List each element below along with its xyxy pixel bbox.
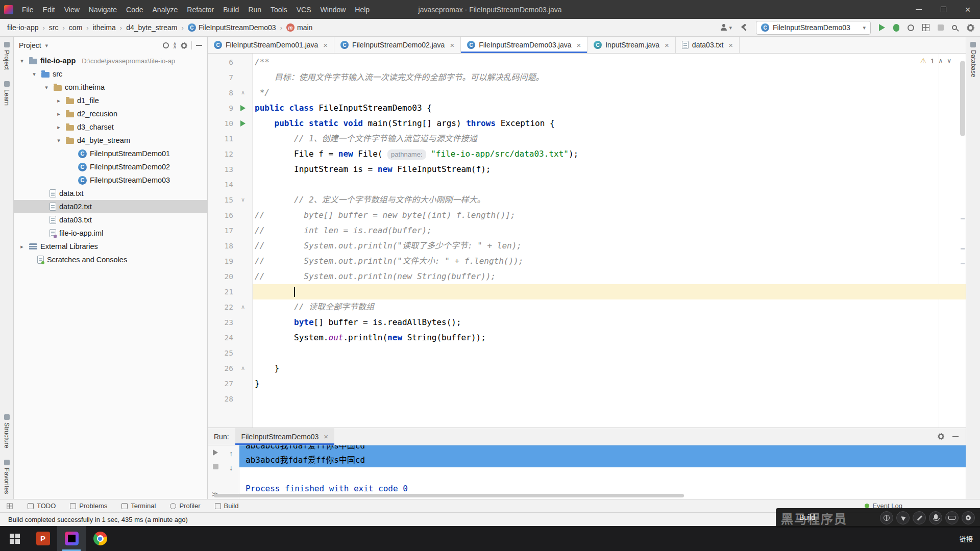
menu-run[interactable]: Run	[243, 0, 266, 19]
mic-icon[interactable]	[929, 511, 942, 524]
user-account-button[interactable]: ▾	[720, 24, 732, 31]
code-text[interactable]: // byte[] buffer = new byte[(int) f.leng…	[253, 208, 966, 223]
close-icon[interactable]: ×	[323, 41, 328, 49]
editor[interactable]: 6/**7 目标：使用文件字节输入流一次读完文件的全部字节。可以解决乱码问题。8…	[208, 54, 966, 428]
run-config-select[interactable]: C FileInputStreamDemo03 ▾	[756, 21, 871, 35]
tool-button-build[interactable]: Build	[215, 502, 239, 510]
menu-build[interactable]: Build	[218, 0, 243, 19]
close-icon[interactable]: ×	[324, 432, 328, 441]
up-icon[interactable]: ↑	[229, 449, 233, 458]
tree-item-d2-recusion[interactable]: ▸d2_recusion	[14, 107, 207, 120]
code-text[interactable]: }	[253, 376, 966, 391]
menu-help[interactable]: Help	[350, 0, 374, 19]
fold-icon[interactable]: ∧	[241, 299, 245, 315]
code-text[interactable]: byte[] buffer = is.readAllBytes();	[253, 315, 966, 330]
tool-button-problems[interactable]: Problems	[70, 502, 107, 510]
code-text[interactable]: InputStream is = new FileInputStream(f);	[253, 162, 966, 177]
cursor-icon[interactable]	[896, 511, 910, 524]
keyboard-icon[interactable]	[945, 511, 959, 524]
console-horizontal-scrollbar[interactable]	[214, 494, 684, 497]
menu-vcs[interactable]: VCS	[292, 0, 316, 19]
code-text[interactable]: */	[253, 85, 966, 101]
code-text[interactable]: }	[253, 361, 966, 376]
menu-navigate[interactable]: Navigate	[84, 0, 121, 19]
prev-problem-icon[interactable]: ∧	[938, 57, 943, 64]
locate-file-icon[interactable]	[163, 42, 169, 48]
chevron-down-icon[interactable]: ▾	[45, 42, 48, 49]
close-icon[interactable]: ×	[728, 41, 733, 49]
tree-item-file-io-app-iml[interactable]: file-io-app.iml	[14, 227, 207, 240]
tree-item-data-txt[interactable]: data.txt	[14, 187, 207, 200]
run-line-icon[interactable]	[240, 105, 246, 111]
build-hammer-icon[interactable]	[740, 24, 748, 32]
hide-panel-icon[interactable]	[952, 436, 959, 437]
scrollbar-mark[interactable]	[961, 218, 965, 219]
code-text[interactable]: // 读取全部字节数组	[253, 299, 966, 315]
tab-fileinputstreamdemo03-java[interactable]: CFileInputStreamDemo03.java×	[461, 37, 587, 53]
tree-item-scratches-and-consoles[interactable]: Scratches and Consoles	[14, 253, 207, 266]
search-icon[interactable]	[952, 25, 957, 30]
tree-chevron-icon[interactable]: ▸	[18, 243, 26, 250]
settings-gear-icon[interactable]	[967, 24, 974, 31]
pen-icon[interactable]	[913, 511, 926, 524]
tool-button-todo[interactable]: TODO	[28, 502, 56, 510]
tree-chevron-icon[interactable]: ▾	[42, 84, 51, 91]
tree-chevron-icon[interactable]: ▾	[55, 137, 63, 144]
maximize-button[interactable]	[931, 0, 955, 19]
collapse-all-icon[interactable]: ∧∧	[173, 42, 177, 48]
next-problem-icon[interactable]: ∨	[947, 57, 951, 64]
tree-item-external-libraries[interactable]: ▸External Libraries	[14, 240, 207, 253]
taskbar-start[interactable]	[0, 526, 29, 551]
breadcrumb-item-main[interactable]: mmain	[285, 22, 313, 33]
taskbar-powerpoint[interactable]: P	[29, 526, 57, 551]
menu-refactor[interactable]: Refactor	[182, 0, 218, 19]
panel-settings-icon[interactable]	[181, 42, 187, 48]
tree-chevron-icon[interactable]: ▾	[18, 58, 26, 64]
code-text[interactable]	[253, 345, 966, 361]
menu-analyze[interactable]: Analyze	[148, 0, 183, 19]
close-icon[interactable]: ×	[576, 41, 581, 49]
tree-item-d1-file[interactable]: ▸d1_file	[14, 94, 207, 107]
close-button[interactable]: ×	[955, 0, 980, 19]
menu-edit[interactable]: Edit	[38, 0, 60, 19]
tree-chevron-icon[interactable]: ▸	[55, 97, 63, 104]
tree-item-fileinputstreamdemo01[interactable]: CFileInputStreamDemo01	[14, 147, 207, 160]
tab-data03-txt[interactable]: data03.txt×	[676, 37, 740, 53]
tree-item-src[interactable]: ▾src	[14, 67, 207, 81]
code-text[interactable]: // int len = is.read(buffer);	[253, 223, 966, 238]
rerun-icon[interactable]	[213, 449, 218, 456]
minimize-button[interactable]	[906, 0, 931, 19]
menu-file[interactable]: File	[17, 0, 38, 19]
code-text[interactable]: System.out.println(new String(buffer));	[253, 330, 966, 345]
code-text[interactable]	[253, 177, 966, 192]
breadcrumb-item-itheima[interactable]: itheima	[92, 22, 117, 33]
tool-button-learn[interactable]: Learn	[3, 81, 10, 106]
code-text[interactable]	[253, 391, 966, 407]
code-text[interactable]: // 1、创建一个文件字节输入流管道与源文件接通	[253, 131, 966, 146]
tree-item-fileinputstreamdemo02[interactable]: CFileInputStreamDemo02	[14, 160, 207, 173]
breadcrumb-item-com[interactable]: com	[68, 22, 83, 33]
tree-item-d3-charset[interactable]: ▸d3_charset	[14, 120, 207, 134]
code-text[interactable]: // System.out.println("读取了多少个字节: " + len…	[253, 238, 966, 254]
editor-scrollbar[interactable]	[960, 61, 965, 136]
tool-button-project[interactable]: Project	[3, 42, 10, 70]
menu-view[interactable]: View	[60, 0, 84, 19]
project-panel-title[interactable]: Project	[19, 41, 41, 49]
tool-button-profiler[interactable]: Profiler	[170, 502, 200, 510]
code-text[interactable]: // 2、定义一个字节数组与文件的大小刚刚一样大。	[253, 192, 966, 208]
run-tab[interactable]: FileInputStreamDemo03 ×	[235, 428, 335, 445]
fold-icon[interactable]: ∧	[241, 361, 245, 376]
breadcrumb-item-d4-byte-stream[interactable]: d4_byte_stream	[125, 22, 178, 33]
close-icon[interactable]: ×	[665, 41, 669, 49]
breadcrumb-item-src[interactable]: src	[48, 22, 60, 33]
warning-icon[interactable]: ⚠	[920, 57, 927, 65]
tree-item-com-itheima[interactable]: ▾com.itheima	[14, 81, 207, 94]
run-line-icon[interactable]	[240, 120, 246, 127]
close-icon[interactable]: ×	[450, 41, 454, 49]
tool-button-database[interactable]: Database	[970, 42, 977, 78]
run-console[interactable]: abcabcd我fdaf爱ff你s中国cdab3abcd我fdaf爱ff你s中国…	[239, 445, 966, 499]
menu-tools[interactable]: Tools	[266, 0, 292, 19]
profiler-button[interactable]	[922, 24, 929, 31]
code-text[interactable]: // System.out.println(new String(buffer)…	[253, 269, 966, 284]
tree-item-fileinputstreamdemo03[interactable]: CFileInputStreamDemo03	[14, 173, 207, 187]
